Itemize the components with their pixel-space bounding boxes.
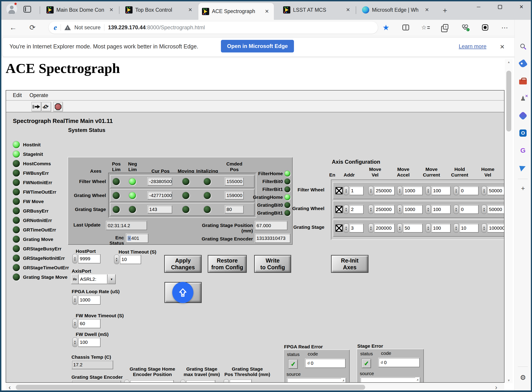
tab-close-icon[interactable]: ✕	[423, 7, 430, 13]
tab-close-icon[interactable]: ✕	[345, 7, 352, 13]
move-vel-control[interactable]: ▲▼250000	[368, 205, 395, 214]
move-vel-control[interactable]: ▲▼250000	[368, 186, 395, 195]
spinner[interactable]: ▲▼	[344, 205, 349, 214]
move-accel-control[interactable]: ▲▼1000	[397, 186, 423, 195]
enable-checkbox[interactable]	[335, 206, 343, 213]
spinner[interactable]: ▲▼	[72, 295, 78, 305]
more-icon[interactable]: ⋯	[500, 23, 510, 33]
chevron-down-icon[interactable]: ▼	[108, 274, 116, 284]
hold-current-control[interactable]: ▲▼10	[454, 224, 479, 233]
addr-control[interactable]: ▲▼1	[344, 186, 364, 195]
gs-max-travel-control[interactable]: ▲▼67.500	[180, 380, 215, 383]
spinner[interactable]: ▲▼	[397, 205, 402, 214]
fw-dwell-control[interactable]: ▲▼100	[72, 337, 100, 347]
home-vel-control[interactable]: ▲▼50000	[481, 205, 504, 214]
scroll-up-icon[interactable]: ▲	[505, 59, 513, 65]
enable-checkbox[interactable]	[335, 187, 343, 194]
tab-layout-icon[interactable]	[24, 6, 31, 13]
horizontal-scrollbar[interactable]: ‹ ›	[6, 383, 504, 391]
tab-close-icon[interactable]: ✕	[264, 8, 270, 15]
security-label[interactable]: Not secure	[74, 24, 100, 31]
scroll-down-icon[interactable]: ▼	[505, 377, 513, 383]
settings-icon[interactable]: ⚙	[518, 372, 528, 383]
move-current-control[interactable]: ▲▼100	[426, 186, 451, 195]
gs-home-control[interactable]: ▲▼10885161687	[124, 380, 174, 383]
scroll-right-icon[interactable]: ›	[492, 383, 500, 391]
spinner[interactable]: ▲▼	[397, 224, 402, 233]
fw-move-timeout-control[interactable]: ▲▼60	[72, 319, 100, 328]
radix-prefix[interactable]: x	[128, 236, 131, 241]
banner-close-icon[interactable]: ✕	[498, 42, 507, 51]
source-scrollbar[interactable]: ∧∨	[341, 378, 346, 383]
favorite-filled-icon[interactable]: ★	[381, 23, 391, 33]
reinit-axes-button[interactable]: Re-Init Axes	[331, 255, 368, 273]
warning-icon[interactable]: !	[64, 25, 71, 30]
menu-edit[interactable]: Edit	[13, 92, 22, 98]
spinner[interactable]: ▲▼	[426, 224, 431, 233]
designer-icon[interactable]: G	[518, 145, 528, 156]
run-continuous-button[interactable]: ⟳⟲	[42, 102, 51, 112]
spinner[interactable]: ▲▼	[397, 186, 402, 195]
addr-control[interactable]: ▲▼3	[344, 224, 364, 233]
search-icon[interactable]	[518, 41, 528, 51]
split-screen-icon[interactable]	[401, 23, 411, 33]
maximize-button[interactable]	[493, 0, 508, 14]
ie-reload-icon[interactable]	[480, 23, 490, 33]
host-timeout-control[interactable]: ▲▼10	[114, 255, 141, 264]
spinner[interactable]: ▲▼	[454, 205, 459, 214]
games-icon[interactable]: ♟✕	[518, 93, 528, 103]
move-current-control[interactable]: ▲▼100	[426, 205, 451, 214]
tab-microsoft-edge[interactable]: Microsoft Edge | Wh ✕	[358, 3, 434, 17]
spinner[interactable]: ▲▼	[481, 205, 487, 214]
spinner[interactable]: ▲▼	[72, 319, 78, 328]
m365-icon[interactable]	[518, 111, 528, 121]
spinner[interactable]: ▲▼	[180, 380, 185, 383]
drop-icon[interactable]	[518, 163, 528, 173]
move-accel-control[interactable]: ▲▼50	[397, 224, 423, 233]
abort-button[interactable]	[53, 102, 63, 112]
back-icon[interactable]: ←	[8, 23, 18, 33]
learn-more-link[interactable]: Learn more	[459, 43, 486, 50]
spinner[interactable]: ▲▼	[368, 205, 374, 214]
outlook-icon[interactable]: O	[518, 128, 528, 138]
vertical-scrollbar[interactable]: ▲ ▼	[505, 59, 513, 383]
spinner[interactable]: ▲▼	[72, 337, 78, 347]
home-vel-control[interactable]: ▲▼50000	[481, 186, 504, 195]
spinner[interactable]: ▲▼	[368, 224, 374, 233]
minimize-button[interactable]: ─	[471, 0, 486, 14]
new-tab-button[interactable]: +	[440, 5, 450, 15]
favorites-icon[interactable]: ☆	[421, 23, 431, 33]
tab-close-icon[interactable]: ✕	[108, 7, 115, 13]
add-sidebar-icon[interactable]: +	[518, 183, 528, 194]
gs-threshold-control[interactable]: ▲▼0.001	[224, 379, 252, 383]
spinner[interactable]: ▲▼	[368, 186, 374, 195]
spinner[interactable]: ▲▼	[124, 380, 129, 383]
axis-port-combo[interactable]: I/o ASRL2: ▼	[71, 274, 116, 284]
restore-from-config-button[interactable]: Restore from Config	[208, 255, 247, 273]
hold-current-control[interactable]: ▲▼0	[454, 205, 479, 214]
tab-main-box-dome[interactable]: Main Box Dome Con ✕	[43, 3, 118, 17]
address-bar[interactable]: e ! Not secure 139.229.170.44:8000/Spect…	[48, 21, 378, 34]
source-scrollbar[interactable]: ∧∨	[415, 378, 420, 383]
spinner[interactable]: ▲▼	[481, 224, 487, 233]
toolbox-icon[interactable]	[518, 76, 528, 86]
menu-operate[interactable]: Operate	[29, 92, 48, 98]
spinner[interactable]: ▲▼	[454, 186, 459, 195]
enc-status-field[interactable]: x401	[126, 233, 148, 243]
open-in-edge-button[interactable]: Open in Microsoft Edge	[221, 40, 294, 52]
tab-lsst-at-mcs[interactable]: LSST AT MCS ✕	[280, 3, 355, 17]
url-text[interactable]: 139.229.170.44:8000/Spectrograph.html	[108, 24, 205, 31]
shopping-icon[interactable]	[518, 59, 528, 69]
spinner[interactable]: ▲▼	[426, 186, 431, 195]
write-to-config-button[interactable]: Write to Config	[254, 255, 291, 273]
vertical-scrollbar-thumb[interactable]	[506, 71, 511, 131]
apply-changes-button[interactable]: Apply Changes	[164, 255, 202, 273]
refresh-icon[interactable]: ⟳	[28, 23, 38, 33]
collections-icon[interactable]: +	[441, 23, 450, 33]
scroll-left-icon[interactable]: ‹	[6, 383, 14, 391]
run-button[interactable]	[32, 102, 41, 112]
fpga-loop-control[interactable]: ▲▼1000	[72, 295, 100, 305]
axis-port-value[interactable]: ASRL2:	[79, 274, 108, 284]
hold-current-control[interactable]: ▲▼0	[454, 186, 479, 195]
move-accel-control[interactable]: ▲▼1000	[397, 205, 423, 214]
